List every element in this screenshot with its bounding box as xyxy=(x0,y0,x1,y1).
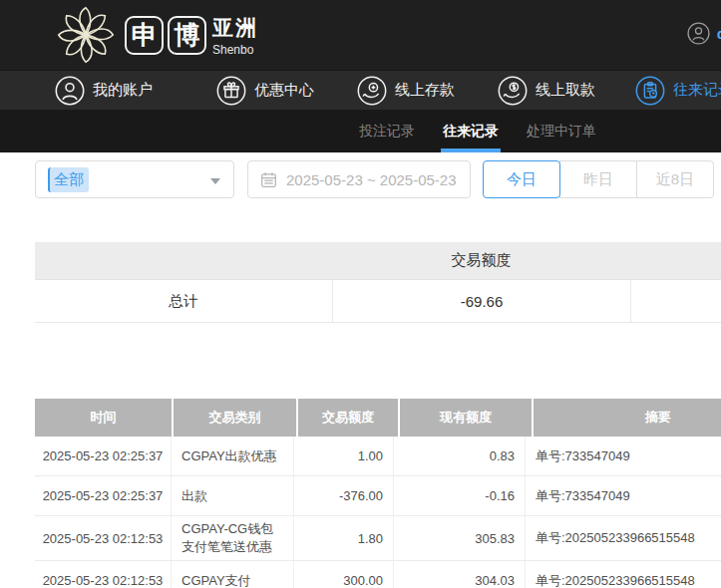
sub-nav: 投注记录 往来记录 处理中订单 xyxy=(0,110,721,152)
cell-type: CGPAY支付 xyxy=(172,561,294,588)
cell-type: 出款 xyxy=(172,476,294,515)
calendar-icon xyxy=(260,171,277,188)
select-value: 全部 xyxy=(48,167,89,192)
nav-label: 往来记录 xyxy=(673,81,721,100)
last-8-days-button[interactable]: 近8日 xyxy=(636,160,714,198)
cell-memo: 单号:733547049 xyxy=(526,437,721,475)
summary-header-row: 交易额度 xyxy=(35,242,721,280)
col-header-time: 时间 xyxy=(35,399,172,437)
user-icon xyxy=(55,76,85,106)
cell-amount: 300.00 xyxy=(294,561,394,588)
records-icon xyxy=(635,76,665,106)
tab-betting-records[interactable]: 投注记录 xyxy=(359,110,415,152)
table-row: 2025-05-23 02:25:37 CGPAY出款优惠 1.00 0.83 … xyxy=(35,437,721,476)
table-row: 2025-05-23 02:12:53 CGPAY支付 300.00 304.0… xyxy=(35,561,721,588)
logo-subtitle: Shenbo xyxy=(212,43,258,57)
cell-memo: 单号:733547049 xyxy=(526,476,721,515)
col-header-amount: 交易额度 xyxy=(298,399,398,437)
date-range-value: 2025-05-23 ~ 2025-05-23 xyxy=(286,171,457,188)
quick-date-buttons: 今日 昨日 近8日 xyxy=(483,160,714,198)
transactions-table: 时间 交易类别 交易额度 现有额度 摘要 2025-05-23 02:25:37… xyxy=(35,399,721,588)
cell-time: 2025-05-23 02:25:37 xyxy=(35,437,172,475)
tab-label: 处理中订单 xyxy=(527,123,596,141)
cell-amount: -376.00 xyxy=(294,476,394,515)
tab-label: 投注记录 xyxy=(359,123,415,141)
tab-label: 往来记录 xyxy=(443,123,499,141)
site-logo[interactable]: 申 博 亚洲 Shenbo xyxy=(53,4,258,66)
today-button[interactable]: 今日 xyxy=(483,160,560,198)
cell-memo: 单号:202505233966515548 xyxy=(526,516,721,560)
cell-amount: 1.00 xyxy=(294,437,394,475)
summary-total-row: 总计 -69.66 xyxy=(35,280,721,323)
username: qh xyxy=(717,25,721,42)
top-header: 申 博 亚洲 Shenbo qh xyxy=(0,0,721,70)
summary-table: 交易额度 总计 -69.66 xyxy=(35,242,721,323)
cell-time: 2025-05-23 02:25:37 xyxy=(35,476,172,515)
yesterday-button[interactable]: 昨日 xyxy=(559,160,637,198)
col-header-balance: 现有额度 xyxy=(400,399,532,437)
table-row: 2025-05-23 02:25:37 出款 -376.00 -0.16 单号:… xyxy=(35,476,721,516)
cell-type: CGPAY出款优惠 xyxy=(172,437,294,475)
summary-total-value: -69.66 xyxy=(332,280,630,322)
summary-header-label: 交易额度 xyxy=(332,251,630,270)
nav-item-my-account[interactable]: 我的账户 xyxy=(55,76,153,106)
date-range-picker[interactable]: 2025-05-23 ~ 2025-05-23 xyxy=(247,160,471,198)
nav-item-transaction-records[interactable]: 往来记录 xyxy=(635,76,721,106)
cell-type: CGPAY-CG钱包支付笔笔送优惠 xyxy=(172,516,294,560)
withdraw-icon xyxy=(498,76,528,106)
header-user[interactable]: qh xyxy=(687,22,721,45)
transaction-type-select[interactable]: 全部 xyxy=(35,160,234,198)
table-header-row: 时间 交易类别 交易额度 现有额度 摘要 xyxy=(35,399,721,437)
cell-time: 2025-05-23 02:12:53 xyxy=(35,561,172,588)
nav-label: 我的账户 xyxy=(93,81,153,100)
nav-item-promo-center[interactable]: 优惠中心 xyxy=(216,76,314,106)
nav-label: 线上存款 xyxy=(395,81,455,100)
nav-item-online-withdraw[interactable]: 线上取款 xyxy=(498,76,595,106)
tab-processing-orders[interactable]: 处理中订单 xyxy=(527,110,596,152)
cell-memo: 单号:202505233966515548 xyxy=(526,561,721,588)
nav-label: 优惠中心 xyxy=(254,81,314,100)
cell-balance: 304.03 xyxy=(394,561,526,588)
flower-logo-icon xyxy=(53,4,119,66)
logo-char-shen: 申 xyxy=(125,16,164,55)
tab-transaction-records[interactable]: 往来记录 xyxy=(443,110,499,152)
cell-time: 2025-05-23 02:12:53 xyxy=(35,516,172,560)
deposit-icon xyxy=(357,76,387,106)
col-header-memo: 摘要 xyxy=(534,399,721,437)
cell-balance: -0.16 xyxy=(394,476,526,515)
col-header-type: 交易类别 xyxy=(174,399,296,437)
user-avatar-icon xyxy=(687,22,710,45)
nav-item-online-deposit[interactable]: 线上存款 xyxy=(357,76,455,106)
nav-label: 线上取款 xyxy=(536,81,595,100)
cell-balance: 0.83 xyxy=(394,437,526,475)
main-nav: 我的账户 优惠中心 线上存款 xyxy=(0,70,721,110)
filter-row: 全部 2025-05-23 ~ 2025-05-23 今日 昨日 近8日 xyxy=(35,160,721,198)
logo-char-bo: 博 xyxy=(168,16,206,55)
gift-icon xyxy=(216,76,246,106)
chevron-down-icon xyxy=(210,178,220,184)
cell-amount: 1.80 xyxy=(294,516,394,560)
summary-row-label: 总计 xyxy=(35,280,332,322)
table-row: 2025-05-23 02:12:53 CGPAY-CG钱包支付笔笔送优惠 1.… xyxy=(35,516,721,561)
logo-region: 亚洲 xyxy=(212,14,258,42)
cell-balance: 305.83 xyxy=(394,516,526,560)
